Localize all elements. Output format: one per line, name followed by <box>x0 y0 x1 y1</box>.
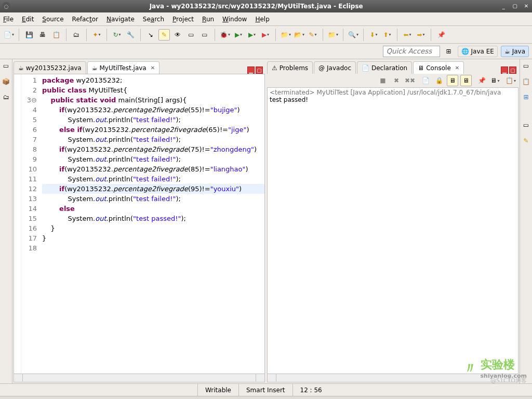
build-button[interactable]: 🗂 <box>71 29 82 41</box>
task-list-icon[interactable]: 📋 <box>522 77 531 86</box>
main-toolbar: 📄 💾 🖶 📋 🗂 ✦ ↻ 🔧 ↘ ✎ 👁 ▭ ▭ 🐞 ▶ ▶ ▶ 📁 📂 ✎ … <box>0 26 532 44</box>
open-type-button[interactable]: 📁 <box>327 29 339 41</box>
tab-close-icon[interactable]: ✕ <box>455 65 459 71</box>
show-stderr-icon[interactable]: 🖥 <box>460 75 472 86</box>
maximize-view-icon[interactable]: ▢ <box>509 66 516 74</box>
menu-edit[interactable]: Edit <box>22 16 34 23</box>
save-button[interactable]: 💾 <box>23 29 35 41</box>
menu-run[interactable]: Run <box>202 16 214 23</box>
perspective-javaee[interactable]: 🌐 Java EE <box>458 46 498 57</box>
menu-bar: File Edit Source Refactor Navigate Searc… <box>0 12 532 26</box>
debug-sync-button[interactable]: ↻ <box>111 29 123 41</box>
step-icon[interactable]: ↘ <box>145 29 156 41</box>
window-title: Java - wy20135232/src/wy20135232/MyUtilT… <box>15 3 498 10</box>
watermark-blog: @51CTO博客 <box>490 377 527 384</box>
save-all-button[interactable]: 🖶 <box>37 29 48 41</box>
menu-refactor[interactable]: Refactor <box>72 16 98 23</box>
navigator-icon[interactable]: 🗂 <box>2 92 11 102</box>
search-drop[interactable]: 🔍 <box>348 29 359 41</box>
title-bar: ◌ Java - wy20135232/src/wy20135232/MyUti… <box>0 0 532 12</box>
tab-declaration[interactable]: 📄 Declaration <box>357 61 412 74</box>
forward-button[interactable]: ➡ <box>415 29 427 41</box>
clear-console-icon[interactable]: 📄 <box>420 75 431 86</box>
right-trim: ▭ 📋 ⊞ ▭ ✎ <box>520 59 532 383</box>
annotation-next[interactable]: ⬇ <box>368 29 379 41</box>
breakpoint-icon[interactable]: ▭ <box>185 29 197 41</box>
coverage-drop[interactable]: ▶ <box>246 29 258 41</box>
highlight-icon[interactable]: ✎ <box>158 29 170 41</box>
menu-window[interactable]: Window <box>222 16 247 23</box>
run-drop[interactable]: ▶ <box>233 29 244 41</box>
menu-search[interactable]: Search <box>143 16 164 23</box>
console-line: test passed! <box>270 96 516 103</box>
ext-tools-drop[interactable]: ▶ <box>260 29 271 41</box>
open-console-icon[interactable]: 📋 <box>505 75 516 86</box>
status-writable: Writable <box>197 384 238 396</box>
menu-help[interactable]: Help <box>255 16 269 23</box>
minimize-icon[interactable]: _ <box>500 3 507 10</box>
display-console-icon[interactable]: 🖥 <box>489 75 501 86</box>
menu-source[interactable]: Source <box>42 16 63 23</box>
back-button[interactable]: ⬅ <box>402 29 413 41</box>
console-output[interactable]: <terminated> MyUtilTest [Java Applicatio… <box>267 87 518 374</box>
outline-icon[interactable]: ⊞ <box>522 92 531 102</box>
editor-hscroll[interactable] <box>14 374 265 382</box>
view-tabs: ⚠ Problems @ Javadoc 📄 Declaration 🖥 Con… <box>267 60 518 74</box>
status-insert: Smart Insert <box>238 384 292 396</box>
status-bar: Writable Smart Insert 12 : 56 <box>0 383 532 396</box>
os-taskbar: ⌘ 应用程序菜单 <box>0 396 532 399</box>
perspective-bar: ⊞ 🌐 Java EE ☕ Java <box>0 44 532 59</box>
new-class-button[interactable]: 📂 <box>294 29 305 41</box>
remove-launch-icon[interactable]: ✖ <box>391 75 402 86</box>
tab-close-icon[interactable]: ✕ <box>151 65 155 71</box>
line-numbers: 123⊖456789101112131415161718 <box>21 74 40 374</box>
restore-right2-icon[interactable]: ▭ <box>522 121 531 130</box>
maximize-view-icon[interactable]: ▢ <box>256 66 263 74</box>
pin-button[interactable]: 📌 <box>435 29 447 41</box>
skip-icon[interactable]: ▭ <box>199 29 210 41</box>
tab-wy20135232[interactable]: ☕ wy20135232.java <box>14 61 86 74</box>
new-iface-button[interactable]: ✎ <box>307 29 318 41</box>
open-perspective-button[interactable]: ⊞ <box>443 46 455 57</box>
scroll-lock-icon[interactable]: 🔒 <box>433 75 445 86</box>
console-toolbar: ■ ✖ ✖✖ 📄 🔒 🖥 🖥 📌 🖥 📋 <box>267 74 518 87</box>
new-server-button[interactable]: ✦ <box>91 29 102 41</box>
console-header: <terminated> MyUtilTest [Java Applicatio… <box>270 89 516 96</box>
editor-tabs: ☕ wy20135232.java ☕ MyUtilTest.java ✕ ▁ … <box>14 60 265 74</box>
menu-file[interactable]: File <box>3 16 14 23</box>
console-area: ⚠ Problems @ Javadoc 📄 Declaration 🖥 Con… <box>266 59 520 383</box>
watch-icon[interactable]: 👁 <box>172 29 183 41</box>
show-stdout-icon[interactable]: 🖥 <box>447 75 458 86</box>
pin-console-icon[interactable]: 📌 <box>476 75 487 86</box>
restore-right-icon[interactable]: ▭ <box>522 61 531 71</box>
code-body[interactable]: package wy20135232; public class MyUtilT… <box>40 74 264 374</box>
remove-all-icon[interactable]: ✖✖ <box>404 75 416 86</box>
tab-console[interactable]: 🖥 Console ✕ <box>413 61 464 74</box>
watermark: 〃 实验楼 shiyanlou.com <box>463 357 527 379</box>
app-icon: ◌ <box>2 2 10 10</box>
debug-button[interactable]: 🔧 <box>125 29 136 41</box>
quick-access-input[interactable] <box>383 46 440 57</box>
cheatsheet-icon[interactable]: ✎ <box>522 136 531 145</box>
annotation-prev[interactable]: ⬆ <box>381 29 393 41</box>
maximize-icon[interactable]: ▢ <box>511 3 518 10</box>
menu-project[interactable]: Project <box>172 16 194 23</box>
tab-javadoc[interactable]: @ Javadoc <box>314 61 356 74</box>
restore-icon[interactable]: ▭ <box>2 61 11 71</box>
print-button[interactable]: 📋 <box>50 29 62 41</box>
new-button[interactable]: 📄 <box>3 29 15 41</box>
editor-area: ☕ wy20135232.java ☕ MyUtilTest.java ✕ ▁ … <box>12 59 266 383</box>
tab-myutiltest[interactable]: ☕ MyUtilTest.java ✕ <box>87 61 159 74</box>
close-icon[interactable]: ✕ <box>523 3 530 10</box>
status-position: 12 : 56 <box>292 384 329 396</box>
debug-drop[interactable]: 🐞 <box>219 29 231 41</box>
minimize-view-icon[interactable]: ▁ <box>247 66 255 74</box>
code-editor[interactable]: 123⊖456789101112131415161718 package wy2… <box>14 74 265 374</box>
minimize-view-icon[interactable]: ▁ <box>501 66 508 74</box>
terminate-icon[interactable]: ■ <box>377 75 389 86</box>
perspective-java[interactable]: ☕ Java <box>501 46 529 57</box>
tab-problems[interactable]: ⚠ Problems <box>267 61 313 74</box>
package-explorer-icon[interactable]: 📦 <box>2 77 11 86</box>
new-pkg-button[interactable]: 📁 <box>280 29 291 41</box>
menu-navigate[interactable]: Navigate <box>107 16 135 23</box>
